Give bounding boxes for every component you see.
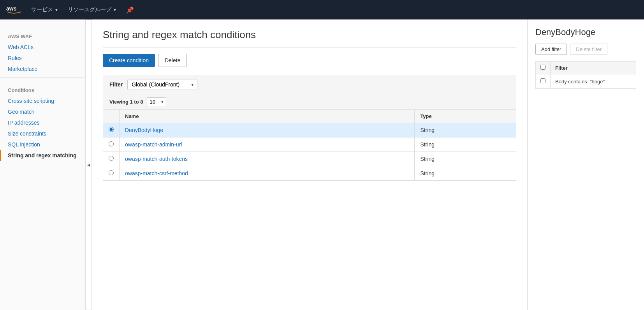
services-menu[interactable]: サービス ▼ xyxy=(31,6,58,13)
row-radio[interactable] xyxy=(109,170,114,175)
filter-table-row[interactable]: Body contains: "hoge". xyxy=(536,74,636,89)
right-panel: DenyBodyHoge Add filter Delete filter Fi… xyxy=(527,19,644,310)
aws-logo: aws xyxy=(6,4,22,16)
title-divider xyxy=(103,47,516,48)
filter-select-wrap: Global (CloudFront)Regional xyxy=(127,79,197,90)
row-name: DenyBodyHoge xyxy=(120,123,415,137)
per-page-select-wrap: 102550100 xyxy=(146,97,166,106)
row-name: owasp-match-auth-tokens xyxy=(120,152,415,166)
row-name-link[interactable]: owasp-match-csrf-method xyxy=(125,170,188,176)
filter-row-checkbox-cell xyxy=(536,74,551,89)
row-name: owasp-match-csrf-method xyxy=(120,166,415,181)
filter-header-checkbox[interactable] xyxy=(540,65,545,70)
delete-button[interactable]: Delete xyxy=(158,54,187,67)
viewing-bar: Viewing 1 to 8 102550100 xyxy=(103,94,516,109)
action-bar: Create condition Delete xyxy=(103,54,516,67)
row-type: String xyxy=(415,152,516,166)
filter-bar: Filter Global (CloudFront)Regional xyxy=(103,75,516,94)
row-type: String xyxy=(415,166,516,181)
sidebar-conditions-header: Conditions xyxy=(0,81,85,95)
filter-table-header-row: Filter xyxy=(536,62,636,74)
sidebar-collapse-handle[interactable]: ◀ xyxy=(86,19,92,310)
sidebar-item-web-acls[interactable]: Web ACLs xyxy=(0,42,85,53)
sidebar-item-size-constraints[interactable]: Size constraints xyxy=(0,128,85,139)
sidebar-item-cross-site-scripting[interactable]: Cross-site scripting xyxy=(0,95,85,106)
conditions-table: Name Type DenyBodyHogeStringowasp-match-… xyxy=(103,109,516,181)
right-panel-title: DenyBodyHoge xyxy=(535,27,636,37)
row-radio-cell xyxy=(103,123,120,137)
row-radio-cell xyxy=(103,137,120,152)
table-row[interactable]: owasp-match-auth-tokensString xyxy=(103,152,516,166)
sidebar-item-ip-addresses[interactable]: IP addresses xyxy=(0,117,85,128)
row-name: owasp-match-admin-url xyxy=(120,137,415,152)
page-title: String and regex match conditions xyxy=(103,29,516,41)
pin-icon[interactable]: 📌 xyxy=(126,6,134,14)
table-header-type: Type xyxy=(415,110,516,123)
main-content: String and regex match conditions Create… xyxy=(92,19,527,310)
row-radio[interactable] xyxy=(109,141,114,146)
table-row[interactable]: DenyBodyHogeString xyxy=(103,123,516,137)
sidebar-item-string-regex[interactable]: String and regex matching xyxy=(0,150,85,161)
table-header-row: Name Type xyxy=(103,110,516,123)
filter-header-checkbox-cell xyxy=(536,62,551,74)
main-layout: AWS WAF Web ACLs Rules Marketplace Condi… xyxy=(0,19,644,310)
per-page-select[interactable]: 102550100 xyxy=(146,97,166,106)
aws-logo-svg: aws xyxy=(6,4,22,16)
row-radio-cell xyxy=(103,152,120,166)
top-navigation: aws サービス ▼ リソースグループ ▼ 📌 xyxy=(0,0,644,19)
table-header-radio xyxy=(103,110,120,123)
filter-label: Filter xyxy=(109,81,123,88)
row-type: String xyxy=(415,123,516,137)
row-name-link[interactable]: owasp-match-admin-url xyxy=(125,141,182,148)
row-radio[interactable] xyxy=(109,127,114,132)
row-name-link[interactable]: owasp-match-auth-tokens xyxy=(125,156,188,162)
svg-text:aws: aws xyxy=(6,5,17,12)
row-name-link[interactable]: DenyBodyHoge xyxy=(125,127,163,133)
row-radio-cell xyxy=(103,166,120,181)
filter-row-checkbox[interactable] xyxy=(540,78,545,83)
resource-groups-chevron-icon: ▼ xyxy=(113,8,117,12)
sidebar-divider xyxy=(0,78,85,78)
sidebar-app-title: AWS WAF xyxy=(0,27,85,42)
table-row[interactable]: owasp-match-csrf-methodString xyxy=(103,166,516,181)
add-filter-button[interactable]: Add filter xyxy=(535,44,567,55)
delete-filter-button[interactable]: Delete filter xyxy=(570,44,607,55)
filter-row-text: Body contains: "hoge". xyxy=(551,74,636,89)
row-radio[interactable] xyxy=(109,156,114,161)
right-action-bar: Add filter Delete filter xyxy=(535,44,636,55)
filter-select[interactable]: Global (CloudFront)Regional xyxy=(127,79,197,90)
sidebar-item-sql-injection[interactable]: SQL injection xyxy=(0,139,85,150)
filter-table: Filter Body contains: "hoge". xyxy=(535,61,636,89)
create-condition-button[interactable]: Create condition xyxy=(103,54,155,67)
sidebar-item-geo-match[interactable]: Geo match xyxy=(0,106,85,117)
table-row[interactable]: owasp-match-admin-urlString xyxy=(103,137,516,152)
sidebar-item-rules[interactable]: Rules xyxy=(0,53,85,63)
sidebar: AWS WAF Web ACLs Rules Marketplace Condi… xyxy=(0,19,86,310)
filter-header-label: Filter xyxy=(551,62,636,74)
row-type: String xyxy=(415,137,516,152)
resource-groups-menu[interactable]: リソースグループ ▼ xyxy=(68,6,117,13)
services-chevron-icon: ▼ xyxy=(55,8,58,12)
sidebar-item-marketplace[interactable]: Marketplace xyxy=(0,63,85,74)
table-header-name: Name xyxy=(120,110,415,123)
svg-marker-1 xyxy=(20,11,21,13)
viewing-text: Viewing 1 to 8 xyxy=(109,99,143,105)
